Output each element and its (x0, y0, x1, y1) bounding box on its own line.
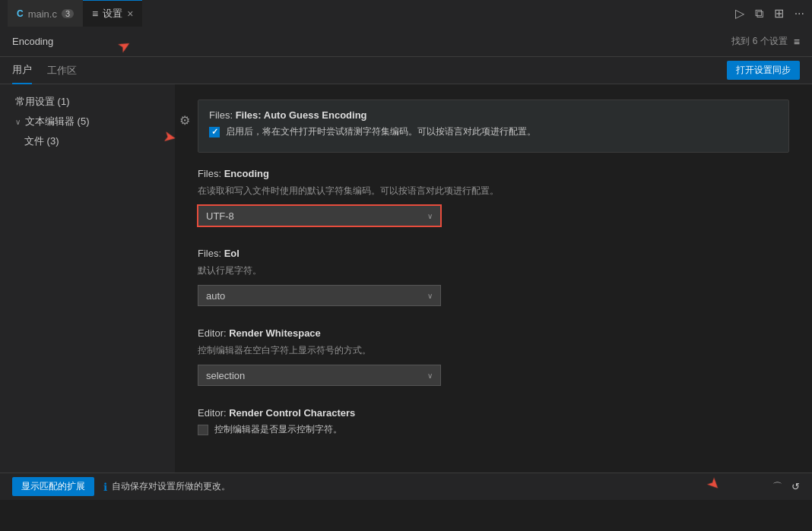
autosave-text: 自动保存对设置所做的更改。 (112, 480, 230, 493)
render-ctrl-checkbox-row: 控制编辑器是否显示控制字符。 (198, 423, 789, 436)
sidebar-item-text-editor-label: 文本编辑器 (5) (25, 115, 90, 128)
eol-title: Files: Eol (198, 248, 789, 259)
tab-badge: 3 (62, 9, 74, 18)
tab-workspace-label: 工作区 (47, 64, 77, 77)
encoding-dropdown[interactable]: UTF-8 ∨ (198, 205, 441, 226)
gear-icon[interactable]: ⚙ (179, 113, 190, 128)
auto-guess-title-strong: Files: Auto Guess Encoding (236, 109, 367, 121)
sidebar-item-files[interactable]: 文件 (3) (0, 131, 175, 151)
render-ws-dropdown[interactable]: selection ∨ (198, 365, 441, 386)
auto-guess-title: Files: Files: Auto Guess Encoding (209, 109, 778, 121)
encoding-desc: 在读取和写入文件时使用的默认字符集编码。可以按语言对此项进行配置。 (198, 184, 789, 198)
tab-user-label: 用户 (12, 63, 32, 77)
render-ws-title-strong: Render Whitespace (229, 327, 321, 339)
render-ctrl-title-strong: Render Control Characters (229, 407, 355, 419)
auto-guess-checkbox[interactable]: ✓ (209, 127, 220, 137)
settings-icon: ≡ (92, 8, 98, 20)
encoding-title-strong: Encoding (224, 168, 269, 179)
encoding-block: Files: Encoding 在读取和写入文件时使用的默认字符集编码。可以按语… (198, 168, 789, 226)
render-ctrl-block: Editor: Render Control Characters 控制编辑器是… (198, 407, 789, 436)
tab-close-button[interactable]: × (127, 8, 133, 19)
auto-guess-label: 启用后，将在文件打开时尝试猜测字符集编码。可以按语言对此项进行配置。 (226, 125, 536, 138)
run-icon[interactable]: ▷ (735, 6, 744, 21)
bottom-bar: 显示匹配的扩展 ℹ 自动保存对设置所做的更改。 ⌒ ↺ (0, 473, 812, 500)
auto-guess-title-prefix: Files: (209, 109, 236, 121)
auto-guess-checkbox-row: ✓ 启用后，将在文件打开时尝试猜测字符集编码。可以按语言对此项进行配置。 (209, 125, 778, 138)
auto-guess-section: ⚙ Files: Files: Auto Guess Encoding ✓ 启用… (198, 100, 789, 153)
tabs-row: 用户 工作区 打开设置同步 (0, 57, 812, 84)
render-ctrl-checkbox[interactable] (198, 425, 208, 435)
eol-block: Files: Eol 默认行尾字符。 auto ∨ (198, 248, 789, 306)
render-ws-title: Editor: Render Whitespace (198, 327, 789, 339)
eol-desc: 默认行尾字符。 (198, 264, 789, 277)
layout-icon[interactable]: ⊞ (774, 6, 784, 21)
info-icon: ℹ (103, 481, 107, 493)
search-results: 找到 6 个设置 ≡ (731, 35, 800, 48)
render-ctrl-title: Editor: Render Control Characters (198, 407, 789, 419)
eol-chevron-icon: ∨ (427, 292, 433, 300)
refresh-icon[interactable]: ↺ (791, 481, 800, 492)
autosave-info: ℹ 自动保存对设置所做的更改。 (103, 480, 230, 493)
render-ctrl-label: 控制编辑器是否显示控制字符。 (214, 423, 342, 436)
remote-icon[interactable]: ⌒ (772, 480, 782, 494)
split-icon[interactable]: ⧉ (755, 7, 763, 21)
sidebar-item-common[interactable]: 常用设置 (1) (0, 92, 175, 112)
titlebar-actions: ▷ ⧉ ⊞ ··· (735, 6, 804, 21)
search-bar: 找到 6 个设置 ≡ (0, 27, 812, 57)
render-whitespace-block: Editor: Render Whitespace 控制编辑器在空白字符上显示符… (198, 327, 789, 386)
settings-panel: ⚙ Files: Files: Auto Guess Encoding ✓ 启用… (175, 84, 812, 473)
encoding-value: UTF-8 (206, 210, 234, 222)
eol-dropdown[interactable]: auto ∨ (198, 285, 441, 306)
sync-button[interactable]: 打开设置同步 (727, 61, 800, 80)
render-ws-desc: 控制编辑器在空白字符上显示符号的方式。 (198, 343, 789, 357)
encoding-title: Files: Encoding (198, 168, 789, 179)
sidebar: 常用设置 (1) ∨ 文本编辑器 (5) 文件 (3) (0, 84, 175, 473)
search-input[interactable] (12, 36, 731, 47)
chevron-icon: ∨ (15, 118, 21, 126)
sidebar-item-text-editor[interactable]: ∨ 文本编辑器 (5) (0, 112, 175, 131)
content-area: 常用设置 (1) ∨ 文本编辑器 (5) 文件 (3) ⚙ Files: Fil… (0, 84, 812, 473)
show-extensions-button[interactable]: 显示匹配的扩展 (12, 477, 94, 496)
filter-icon[interactable]: ≡ (794, 36, 800, 48)
arrow-gear: ➤ (175, 127, 178, 147)
more-icon[interactable]: ··· (795, 7, 804, 21)
chevron-down-icon: ∨ (427, 212, 433, 220)
render-ws-value: selection (206, 370, 245, 381)
auto-guess-encoding-block: Files: Files: Auto Guess Encoding ✓ 启用后，… (198, 100, 789, 153)
eol-title-strong: Eol (224, 248, 239, 259)
tab-settings[interactable]: ≡ 设置 × (83, 0, 142, 27)
titlebar: C main.c 3 ≡ 设置 × ▷ ⧉ ⊞ ··· (0, 0, 812, 27)
tab-user[interactable]: 用户 (12, 57, 32, 84)
tab-workspace[interactable]: 工作区 (47, 57, 77, 84)
tab-lang-icon: C (17, 8, 24, 19)
tab-main-c-label: main.c (28, 8, 57, 20)
sidebar-item-common-label: 常用设置 (1) (15, 95, 70, 109)
tab-settings-label: 设置 (103, 7, 122, 21)
render-ws-chevron-icon: ∨ (427, 371, 433, 380)
check-mark: ✓ (211, 127, 218, 137)
search-results-text: 找到 6 个设置 (731, 35, 787, 48)
tab-main-c[interactable]: C main.c 3 (8, 0, 83, 27)
sidebar-item-files-label: 文件 (3) (24, 134, 59, 148)
bottom-right-icons: ⌒ ↺ (772, 480, 800, 494)
eol-value: auto (206, 290, 225, 302)
